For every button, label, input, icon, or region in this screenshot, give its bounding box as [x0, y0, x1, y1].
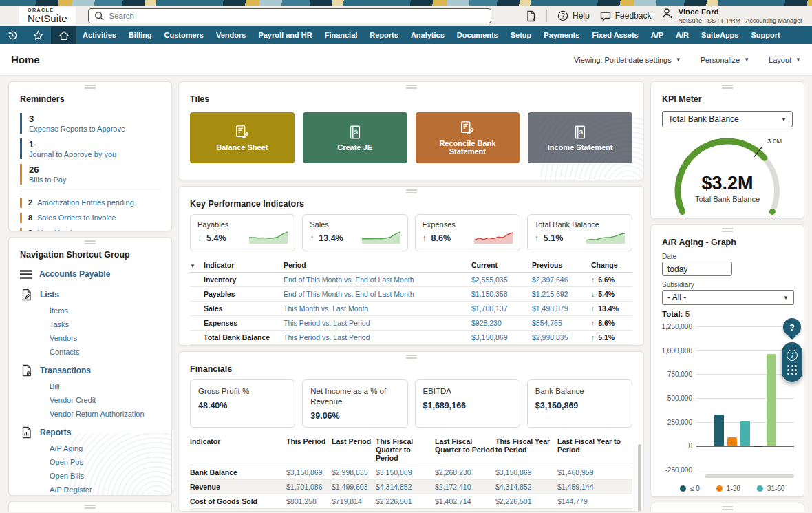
bar-31-60[interactable] [740, 421, 750, 446]
nav-item-activities[interactable]: Activities [76, 26, 122, 44]
chart-horizontal-scrollbar[interactable] [705, 474, 794, 478]
user-menu[interactable]: Vince Ford NetSuite - SS FF PRM - Accoun… [661, 8, 802, 24]
table-row[interactable]: Cost of Goods Sold$801,258$719,814$2,226… [190, 494, 632, 509]
new-record-button[interactable] [526, 10, 536, 22]
shortcut-group-header-lists[interactable]: Lists [21, 286, 171, 304]
table-row[interactable]: Revenue$1,701,086$1,499,603$4,314,852$2,… [190, 480, 632, 494]
bar-61-90[interactable] [754, 446, 763, 447]
sidebar-item-vendors[interactable]: Vendors [50, 331, 171, 345]
help-button[interactable]: Help [557, 10, 590, 21]
table-row[interactable]: SalesThis Month vs. Last Month$1,700,137… [190, 302, 632, 316]
user-role: NetSuite - SS FF PRM - Accounting Manage… [678, 17, 802, 24]
sidebar-item-accounts-payable[interactable]: Accounts Payable [20, 269, 160, 279]
table-row[interactable]: ExpensesThis Period vs. Last Period$928,… [190, 316, 632, 331]
reminder-item[interactable]: 1Journal to Approve by you [20, 138, 160, 159]
nav-item-support[interactable]: Support [745, 26, 786, 44]
reminder-item[interactable]: 2New Vendors [20, 228, 160, 231]
reminder-link[interactable]: New Vendors [37, 228, 82, 231]
table-row[interactable]: Total Bank BalanceThis Period vs. Last P… [190, 331, 632, 345]
assistant-pill-button[interactable]: i [782, 342, 802, 382]
sidebar-item-a-p-aging[interactable]: A/P Aging [50, 441, 171, 455]
reminder-item[interactable]: 8Sales Orders to Invoice [20, 213, 160, 223]
table-row[interactable]: Gross Profit$899,828$779,789$2,088,351$7… [190, 509, 632, 512]
financial-card-net-income-as-a-of-revenue[interactable]: Net Income as a % of Revenue39.06% [302, 379, 407, 428]
sidebar-item-open-pos[interactable]: Open Pos [50, 455, 171, 469]
kpi-card-payables[interactable]: Payables↓5.4% [190, 214, 295, 251]
viewing-portlet-date-settings[interactable]: Viewing: Portlet date settings ▼ [574, 56, 681, 64]
reminder-link[interactable]: Sales Orders to Invoice [37, 213, 116, 223]
bar-91[interactable] [767, 354, 776, 446]
tile-income-statement[interactable]: $Income Statement [528, 112, 632, 163]
reminder-link[interactable]: Expense Reports to Approve [29, 125, 160, 133]
nav-item-billing[interactable]: Billing [122, 26, 158, 44]
legend-item-0[interactable]: ≤ 0 [680, 485, 700, 492]
nav-item-vendors[interactable]: Vendors [210, 26, 252, 44]
tile-label: Reconcile Bank Statement [423, 139, 513, 156]
home-button[interactable] [51, 26, 76, 44]
nav-item-payments[interactable]: Payments [537, 26, 586, 44]
tile-balance-sheet[interactable]: Balance Sheet [190, 112, 295, 163]
legend-item-61-90[interactable]: 61-90 [680, 496, 708, 497]
subsidiary-select[interactable]: - All - ▼ [662, 290, 794, 305]
financial-card-gross-profit[interactable]: Gross Profit %48.40% [190, 379, 295, 428]
feedback-button[interactable]: Feedback [600, 11, 652, 21]
tile-reconcile-bank-statement[interactable]: Reconcile Bank Statement [416, 112, 520, 163]
table-row[interactable]: Bank Balance$3,150,869$2,998,835$3,150,8… [190, 465, 632, 480]
nav-item-setup[interactable]: Setup [504, 26, 538, 44]
reminder-count: 2 [28, 198, 32, 208]
legend-item-1-30[interactable]: 1-30 [716, 485, 740, 492]
reminder-item[interactable]: 2Amortization Entries pending [20, 198, 160, 208]
sidebar-item-bill[interactable]: Bill [50, 379, 171, 393]
financial-card-bank-balance[interactable]: Bank Balance$3,150,869 [527, 379, 632, 428]
nav-item-a-p[interactable]: A/P [645, 26, 670, 44]
drag-handle[interactable] [722, 506, 733, 510]
sidebar-item-contacts[interactable]: Contacts [50, 345, 171, 359]
kpi-card-sales[interactable]: Sales↑13.4% [302, 214, 407, 251]
sidebar-item-items[interactable]: Items [50, 304, 171, 317]
bar-1-30[interactable] [727, 437, 737, 446]
nav-item-reports[interactable]: Reports [363, 26, 405, 44]
sidebar-item-tasks[interactable]: Tasks [50, 317, 171, 331]
netsuite-logo[interactable]: ORACLE NetSuite [19, 7, 76, 25]
reminder-link[interactable]: Journal to Approve by you [29, 150, 160, 158]
reminder-item[interactable]: 26Bills to Pay [20, 164, 160, 185]
table-row[interactable]: PayablesEnd of This Month vs. End of Las… [190, 287, 632, 302]
layout-menu[interactable]: Layout ▼ [769, 56, 801, 64]
nav-item-suiteapps[interactable]: SuiteApps [695, 26, 745, 44]
kpi-card-expenses[interactable]: Expenses↑8.6% [415, 214, 520, 251]
kpi-card-total-bank-balance[interactable]: Total Bank Balance↑5.1% [527, 214, 632, 251]
tile-create-je[interactable]: $Create JE [303, 112, 407, 163]
nav-item-a-r[interactable]: A/R [670, 26, 695, 44]
sidebar-item-open-bills[interactable]: Open Bills [50, 469, 171, 483]
nav-item-payroll-and-hr[interactable]: Payroll and HR [252, 26, 318, 44]
nav-item-customers[interactable]: Customers [158, 26, 210, 44]
shortcut-group-header-transactions[interactable]: Transactions [21, 362, 171, 379]
drag-handle[interactable] [85, 505, 96, 509]
bar-0[interactable] [714, 415, 724, 446]
financial-card-ebitda[interactable]: EBITDA$1,689,166 [415, 379, 520, 428]
column-sort-caret[interactable]: ▼ [190, 261, 204, 269]
shortcuts-button[interactable] [25, 26, 51, 44]
legend-item-91[interactable]: 91+ [725, 496, 747, 497]
personalize-menu[interactable]: Personalize ▼ [701, 56, 749, 64]
shortcut-group-header-reports[interactable]: Reports [21, 423, 171, 441]
sidebar-item-vendor-return-authorization[interactable]: Vendor Return Authorization [50, 407, 171, 421]
kpi-meter-select[interactable]: Total Bank Balance ▼ [662, 111, 793, 127]
reminder-item[interactable]: 3Expense Reports to Approve [20, 113, 160, 134]
legend-item-31-60[interactable]: 31-60 [757, 485, 785, 492]
table-row[interactable]: InventoryEnd of This Month vs. End of La… [190, 273, 632, 287]
search-input[interactable] [88, 8, 491, 23]
sidebar-item-vendor-credit[interactable]: Vendor Credit [50, 393, 171, 407]
recent-records-button[interactable] [0, 26, 25, 44]
nav-item-documents[interactable]: Documents [451, 26, 504, 44]
nav-item-fixed-assets[interactable]: Fixed Assets [586, 26, 644, 44]
nav-item-financial[interactable]: Financial [319, 26, 364, 44]
date-input[interactable] [662, 262, 732, 276]
sidebar-item-a-p-register[interactable]: A/P Register [50, 483, 171, 496]
svg-text:Total Bank Balance: Total Bank Balance [695, 195, 760, 203]
reminder-link[interactable]: Amortization Entries pending [37, 198, 134, 208]
reminder-link[interactable]: Bills to Pay [29, 176, 160, 184]
help-pin-button[interactable]: ? [783, 318, 801, 336]
table-scrollbar[interactable] [638, 444, 641, 512]
nav-item-analytics[interactable]: Analytics [405, 26, 451, 44]
